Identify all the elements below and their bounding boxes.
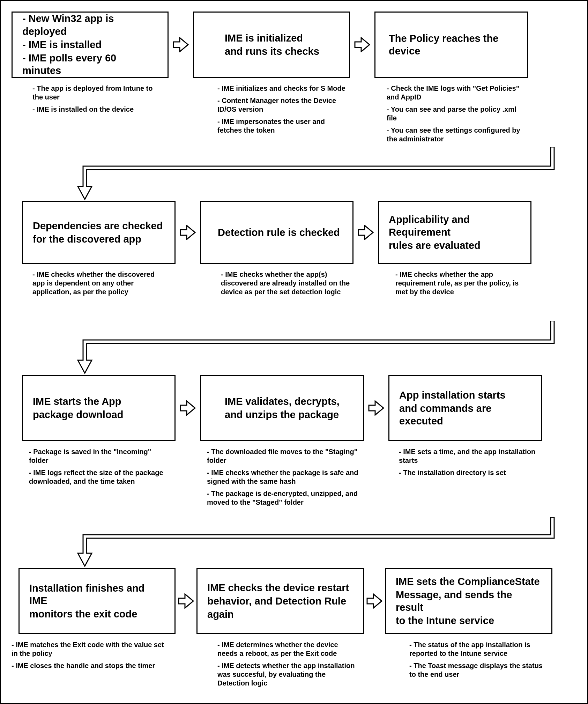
step-3-box: The Policy reaches the device <box>374 12 528 78</box>
step-4-title: Dependencies are checkedfor the discover… <box>33 219 163 246</box>
connector-3-4 <box>12 517 576 568</box>
step-1-title: - New Win32 app is deployed- IME is inst… <box>22 12 158 77</box>
step-1-box: - New Win32 app is deployed- IME is inst… <box>12 12 169 78</box>
step-7-title: IME starts the Apppackage download <box>33 394 123 422</box>
arrow-right-icon <box>176 375 200 441</box>
step-6-box: Applicability and Requirementrules are e… <box>378 201 531 264</box>
arrow-right-icon <box>176 568 196 634</box>
step-2-title: IME is initializedand runs its checks <box>204 31 319 59</box>
step-5-box: Detection rule is checked <box>200 201 353 264</box>
connector-1-2 <box>12 147 576 201</box>
connector-arrow-icon <box>12 147 577 201</box>
flow-row-3: IME starts the Apppackage download - Pac… <box>12 375 576 510</box>
step-9-desc: - IME sets a time, and the app installat… <box>388 447 538 477</box>
arrow-right-icon <box>176 201 200 264</box>
step-1-desc: - The app is deployed from Intune to the… <box>12 84 162 114</box>
step-12-box: IME sets the ComplianceStateMessage, and… <box>385 568 552 634</box>
step-11-box: IME checks the device restartbehavior, a… <box>196 568 364 634</box>
step-11-desc: - IME determines whether the device need… <box>196 640 357 688</box>
connector-arrow-icon <box>12 517 577 568</box>
arrow-right-icon <box>353 201 378 264</box>
step-12-title: IME sets the ComplianceStateMessage, and… <box>396 575 542 628</box>
step-3-desc: - Check the IME logs with "Get Policies"… <box>374 84 526 143</box>
arrow-right-icon <box>364 568 385 634</box>
step-10-desc: - IME matches the Exit code with the val… <box>12 640 169 670</box>
step-10-box: Installation finishes and IMEmonitors th… <box>18 568 176 634</box>
connector-arrow-icon <box>12 321 577 375</box>
step-2-desc: - IME initializes and checks for S Mode-… <box>193 84 350 135</box>
step-7-desc: - Package is saved in the "Incoming" fol… <box>22 447 169 486</box>
flowchart-canvas: - New Win32 app is deployed- IME is inst… <box>0 0 588 704</box>
step-11-title: IME checks the device restartbehavior, a… <box>207 581 349 622</box>
step-8-desc: - The downloaded file moves to the "Stag… <box>200 447 364 507</box>
step-10-title: Installation finishes and IMEmonitors th… <box>29 581 165 621</box>
step-4-box: Dependencies are checkedfor the discover… <box>22 201 176 264</box>
step-2-box: IME is initializedand runs its checks <box>193 12 350 78</box>
step-6-title: Applicability and Requirementrules are e… <box>389 213 521 253</box>
step-8-box: IME validates, decrypts,and unzips the p… <box>200 375 364 441</box>
arrow-right-icon <box>350 12 374 78</box>
step-5-desc: - IME checks whether the app(s) discover… <box>200 270 353 296</box>
arrow-right-icon <box>364 375 388 441</box>
step-6-desc: - IME checks whether the app requirement… <box>378 270 531 296</box>
flow-row-1: - New Win32 app is deployed- IME is inst… <box>12 12 576 147</box>
step-7-box: IME starts the Apppackage download <box>22 375 176 441</box>
step-9-box: App installation startsand commands are … <box>388 375 542 441</box>
step-9-title: App installation startsand commands are … <box>399 388 531 428</box>
step-5-title: Detection rule is checked <box>211 225 340 239</box>
flow-row-4: Installation finishes and IMEmonitors th… <box>12 568 576 691</box>
arrow-right-icon <box>169 12 193 78</box>
step-3-title: The Policy reaches the device <box>385 31 517 58</box>
step-8-title: IME validates, decrypts,and unzips the p… <box>211 394 340 422</box>
connector-2-3 <box>12 321 576 375</box>
flow-row-2: Dependencies are checkedfor the discover… <box>12 201 576 300</box>
step-4-desc: - IME checks whether the discovered app … <box>22 270 165 296</box>
step-12-desc: - The status of the app installation is … <box>385 640 545 679</box>
